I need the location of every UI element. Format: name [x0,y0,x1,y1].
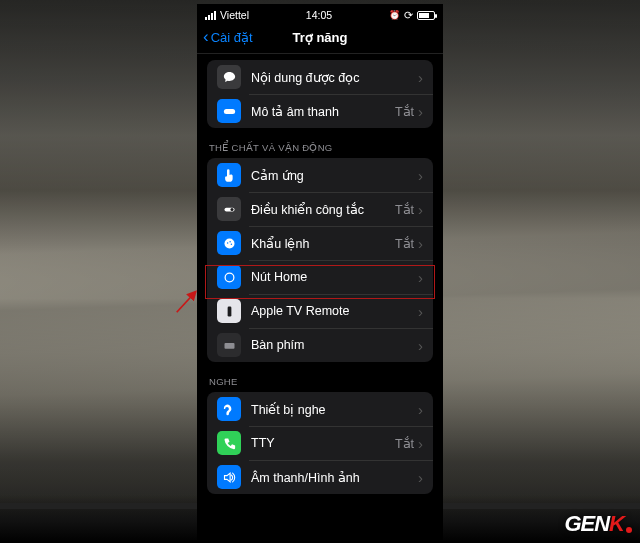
row-spoken-content[interactable]: Nội dung được đọc › [207,60,433,94]
svg-point-4 [226,242,228,244]
back-label: Cài đặt [211,30,253,45]
row-touch[interactable]: Cảm ứng › [207,158,433,192]
group-header-motor: THỂ CHẤT VÀ VẬN ĐỘNG [197,128,443,158]
svg-line-10 [177,291,196,312]
ear-icon [217,397,241,421]
tty-icon [217,431,241,455]
touch-icon [217,163,241,187]
row-label: Âm thanh/Hình ảnh [251,470,418,485]
row-value: Tắt [395,436,414,451]
chevron-right-icon: › [418,436,423,451]
orientation-lock-icon: ⟳ [404,9,413,21]
group-motor: Cảm ứng › Điều khiển công tắc Tắt › Khẩu… [207,158,433,362]
chevron-right-icon: › [418,270,423,285]
remote-icon [217,299,241,323]
settings-scroll[interactable]: Nội dung được đọc › Mô tả âm thanh Tắt ›… [197,54,443,540]
carrier-label: Viettel [220,9,249,21]
watermark-white: GEN [564,511,609,537]
chevron-right-icon: › [418,70,423,85]
speaker-icon [217,465,241,489]
row-label: Apple TV Remote [251,304,418,318]
group-general: Nội dung được đọc › Mô tả âm thanh Tắt › [207,60,433,128]
back-button[interactable]: ‹ Cài đặt [203,29,253,46]
switch-control-icon [217,197,241,221]
svg-point-6 [230,243,232,245]
row-label: Thiết bị nghe [251,402,418,417]
row-value: Tắt [395,202,414,217]
row-label: TTY [251,436,395,450]
row-label: Nút Home [251,270,418,284]
row-audio-descriptions[interactable]: Mô tả âm thanh Tắt › [207,94,433,128]
keyboard-icon [217,333,241,357]
row-hearing-devices[interactable]: Thiết bị nghe › [207,392,433,426]
row-label: Mô tả âm thanh [251,104,395,119]
group-header-hearing: NGHE [197,362,443,392]
speech-icon [217,65,241,89]
audio-description-icon [217,99,241,123]
battery-icon [417,11,435,20]
row-home-button[interactable]: Nút Home › [207,260,433,294]
chevron-right-icon: › [418,338,423,353]
row-label: Điều khiển công tắc [251,202,395,217]
voice-control-icon [217,231,241,255]
chevron-right-icon: › [418,104,423,119]
watermark-dot [626,527,632,533]
row-value: Tắt [395,104,414,119]
row-label: Nội dung được đọc [251,70,414,85]
group-hearing: Thiết bị nghe › TTY Tắt › Âm thanh/Hình … [207,392,433,494]
row-audio-visual[interactable]: Âm thanh/Hình ảnh › [207,460,433,494]
row-label: Khẩu lệnh [251,236,395,251]
svg-point-2 [230,207,233,210]
chevron-right-icon: › [418,304,423,319]
chevron-right-icon: › [418,402,423,417]
row-tty[interactable]: TTY Tắt › [207,426,433,460]
svg-point-3 [224,238,234,248]
annotation-arrow [175,288,201,314]
chevron-right-icon: › [418,202,423,217]
watermark-red: K [609,511,624,537]
chevron-right-icon: › [418,470,423,485]
row-label: Bàn phím [251,338,418,352]
home-button-icon [217,265,241,289]
svg-rect-0 [223,109,234,114]
svg-point-5 [229,240,231,242]
watermark-genk: GENK [564,511,632,537]
status-bar: Viettel 14:05 ⏰ ⟳ [197,4,443,22]
svg-rect-9 [224,343,234,349]
row-switch-control[interactable]: Điều khiển công tắc Tắt › [207,192,433,226]
clock-label: 14:05 [306,9,332,21]
alarm-icon: ⏰ [389,10,400,20]
row-keyboards[interactable]: Bàn phím › [207,328,433,362]
row-value: Tắt [395,236,414,251]
nav-bar: ‹ Cài đặt Trợ năng [197,22,443,54]
page-title: Trợ năng [293,30,348,45]
row-label: Cảm ứng [251,168,418,183]
chevron-right-icon: › [418,168,423,183]
chevron-right-icon: › [418,236,423,251]
row-voice-control[interactable]: Khẩu lệnh Tắt › [207,226,433,260]
svg-rect-8 [227,306,231,316]
chevron-left-icon: ‹ [203,28,209,45]
svg-point-7 [225,273,234,282]
phone-frame: Viettel 14:05 ⏰ ⟳ ‹ Cài đặt Trợ năng Nội… [197,4,443,540]
signal-bars-icon [205,11,216,20]
row-apple-tv-remote[interactable]: Apple TV Remote › [207,294,433,328]
